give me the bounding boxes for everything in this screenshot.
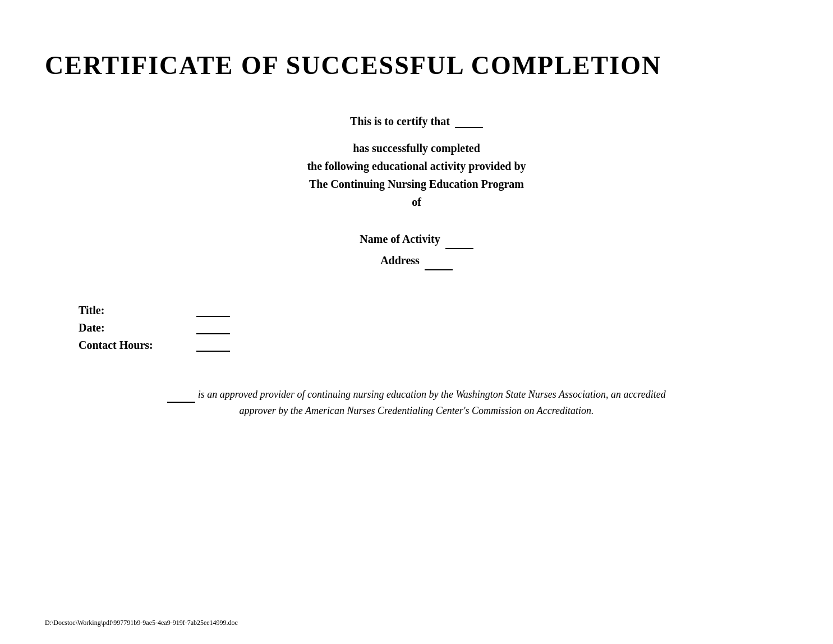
footer: D:\Docstoc\Working\pdf\997791b9-9ae5-4ea… <box>45 619 238 627</box>
certify-name-blank <box>455 114 483 128</box>
activity-blank <box>445 228 473 249</box>
approval-provider-blank <box>167 385 195 403</box>
activity-section: Name of Activity Address <box>45 228 788 270</box>
certificate-title: CERTIFICATE OF SUCCESSFUL COMPLETION <box>45 50 788 80</box>
body-line4: of <box>45 193 788 211</box>
fields-section: Title: Date: Contact Hours: <box>79 304 788 352</box>
body-line3: The Continuing Nursing Education Program <box>45 175 788 193</box>
completed-block: has successfully completed the following… <box>45 139 788 211</box>
activity-line: Name of Activity <box>45 228 788 249</box>
activity-label: Name of Activity <box>360 233 440 245</box>
footer-path: D:\Docstoc\Working\pdf\997791b9-9ae5-4ea… <box>45 619 238 627</box>
contact-hours-field-label: Contact Hours: <box>79 339 191 352</box>
approval-paragraph: is an approved provider of continuing nu… <box>67 385 766 419</box>
date-field-row: Date: <box>79 321 788 334</box>
title-field-label: Title: <box>79 304 191 317</box>
body-line1: has successfully completed <box>45 139 788 157</box>
address-blank <box>425 249 453 270</box>
certify-section: This is to certify that <box>45 114 788 128</box>
address-line: Address <box>45 249 788 270</box>
title-field-blank <box>196 315 230 317</box>
date-field-blank <box>196 332 230 334</box>
approval-text2-content: approver by the American Nurses Credenti… <box>239 405 593 416</box>
address-label: Address <box>380 254 420 266</box>
certify-intro-text: This is to certify that <box>350 115 450 127</box>
body-line2: the following educational activity provi… <box>45 157 788 175</box>
title-field-row: Title: <box>79 304 788 317</box>
approval-text1-content: is an approved provider of continuing nu… <box>198 389 666 400</box>
certificate-page: CERTIFICATE OF SUCCESSFUL COMPLETION Thi… <box>0 0 833 644</box>
certify-intro-line: This is to certify that <box>45 114 788 128</box>
contact-hours-field-row: Contact Hours: <box>79 339 788 352</box>
contact-hours-field-blank <box>196 349 230 352</box>
date-field-label: Date: <box>79 321 191 334</box>
approval-section: is an approved provider of continuing nu… <box>45 385 788 419</box>
